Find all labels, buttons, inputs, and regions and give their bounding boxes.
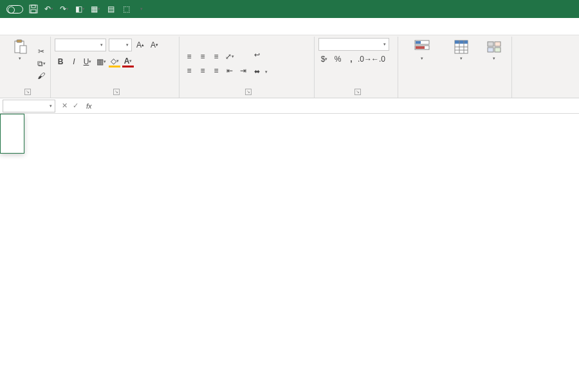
decrease-decimal-icon[interactable]: ←.0 [372,53,384,65]
formula-input[interactable] [98,100,579,112]
undo-icon[interactable]: ↶▾ [44,4,54,14]
ribbon-tabs [0,18,579,35]
fill-color-button[interactable]: ◇▾ [109,56,120,67]
group-font: ▾ ▾ A▴ A▾ B I U▾ ▦▾ ◇▾ A▾ ↘ [51,37,179,98]
svg-rect-17 [495,42,501,46]
bold-button[interactable]: B [55,56,66,67]
font-size-select[interactable]: ▾ [109,39,132,51]
svg-rect-18 [488,48,493,52]
quick-access-toolbar: ↶▾ ↷▾ ◧▾ ▦▾ ▤ ⬚ ▾ [28,4,147,14]
cancel-formula-icon[interactable]: ✕ [62,102,68,110]
borders-button[interactable]: ▦▾ [95,56,107,67]
number-format-select[interactable]: ▾ [318,38,389,51]
format-as-table-button[interactable]: ▾ [445,38,478,95]
svg-rect-8 [416,41,421,44]
align-top-icon[interactable]: ≡ [183,51,195,62]
svg-rect-2 [31,10,36,13]
orientation-icon[interactable]: ⤢▾ [224,51,235,62]
qat-customize-icon[interactable]: ▾ [136,4,147,14]
decrease-font-icon[interactable]: A▾ [149,39,160,51]
fx-icon[interactable]: fx [86,102,92,110]
currency-button[interactable]: $▾ [318,53,330,65]
decrease-indent-icon[interactable]: ⇤ [224,65,235,76]
paste-button[interactable]: ▾ [6,38,33,89]
formula-bar: ▾ ✕ ✓ fx [0,98,579,114]
toggle-off-icon [6,5,23,13]
quick-analysis-popup [0,114,24,154]
name-box[interactable]: ▾ [3,100,55,112]
cut-icon[interactable]: ✂ [36,46,46,57]
format-painter-icon[interactable]: 🖌 [36,71,46,81]
launcher-number[interactable]: ↘ [354,89,361,95]
ribbon: ▾ ✂ ⧉▾ 🖌 ↘ ▾ ▾ A▴ A▾ B I U▾ ▦▾ ◇▾ [0,35,579,98]
group-clipboard: ▾ ✂ ⧉▾ 🖌 ↘ [3,37,51,98]
svg-rect-5 [20,46,26,53]
titlebar: ↶▾ ↷▾ ◧▾ ▦▾ ▤ ⬚ ▾ [0,0,579,18]
merge-center-button[interactable]: ⬌▾ [252,65,270,79]
redo-icon[interactable]: ↷▾ [59,4,69,14]
enter-formula-icon[interactable]: ✓ [73,102,78,110]
svg-rect-9 [416,46,425,49]
percent-button[interactable]: % [332,53,344,65]
group-alignment: ≡ ≡ ≡ ⤢▾ ≡ ≡ ≡ ⇤ ⇥ ↩ ⬌▾ ↘ [179,37,315,98]
svg-rect-11 [455,40,468,44]
font-name-select[interactable]: ▾ [55,39,106,51]
qat-icon-4[interactable]: ⬚ [121,4,131,14]
qat-icon-1[interactable]: ◧▾ [75,4,85,14]
align-right-icon[interactable]: ≡ [210,65,222,76]
launcher-clipboard[interactable]: ↘ [24,89,31,95]
font-color-button[interactable]: A▾ [122,56,134,67]
conditional-formatting-button[interactable]: ▾ [402,38,442,95]
svg-rect-4 [17,40,22,42]
wrap-text-button[interactable]: ↩ [252,48,270,62]
autosave-toggle[interactable] [4,5,23,13]
group-number: ▾ $▾ % , .0→ ←.0 ↘ [315,37,398,98]
svg-rect-1 [32,5,35,8]
increase-font-icon[interactable]: A▴ [134,39,146,51]
align-center-icon[interactable]: ≡ [197,65,208,76]
increase-decimal-icon[interactable]: .0→ [359,53,371,65]
align-middle-icon[interactable]: ≡ [197,51,208,62]
underline-button[interactable]: U▾ [82,56,93,67]
group-styles: ▾ ▾ ▾ [398,37,512,98]
align-bottom-icon[interactable]: ≡ [210,51,222,62]
italic-button[interactable]: I [68,56,80,67]
launcher-font[interactable]: ↘ [113,89,120,95]
launcher-alignment[interactable]: ↘ [245,89,252,95]
svg-rect-16 [488,42,493,46]
align-left-icon[interactable]: ≡ [183,65,195,76]
increase-indent-icon[interactable]: ⇥ [237,65,249,76]
cell-styles-button[interactable]: ▾ [481,38,508,95]
svg-rect-19 [495,48,501,52]
copy-icon[interactable]: ⧉▾ [36,58,46,69]
comma-button[interactable]: , [345,53,357,65]
qat-icon-3[interactable]: ▤ [106,4,116,14]
popup-description [1,138,24,153]
save-icon[interactable] [28,4,39,14]
qat-icon-2[interactable]: ▦▾ [90,4,100,14]
